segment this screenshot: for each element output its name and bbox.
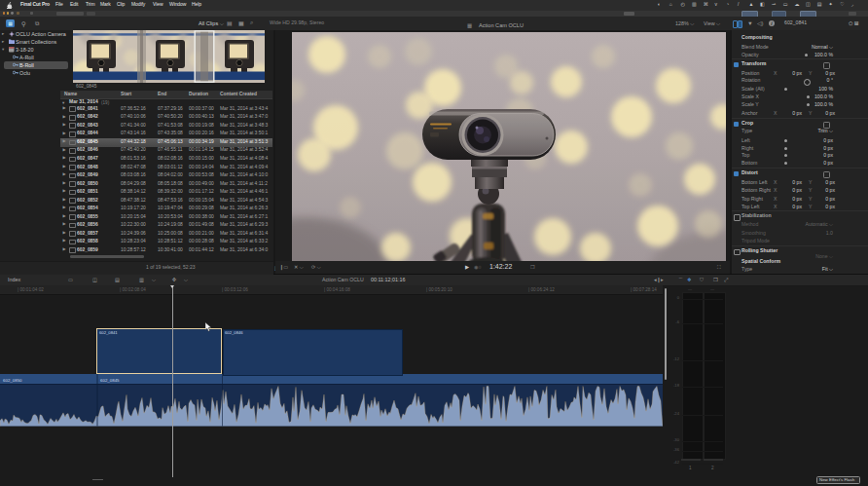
svg-text:602_0850: 602_0850 bbox=[3, 378, 22, 383]
svg-text:602_0845: 602_0845 bbox=[100, 378, 120, 383]
